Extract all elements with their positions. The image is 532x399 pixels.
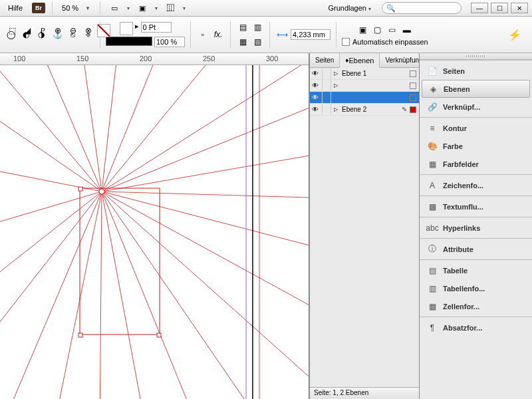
- panel-label: Absatzfor...: [443, 324, 482, 332]
- artwork: [0, 65, 309, 399]
- view-options-icon[interactable]: ▭: [107, 1, 122, 15]
- layer-row[interactable]: 👁▷Ebene 1: [310, 68, 419, 80]
- panel-item-zellenfor[interactable]: ▦Zellenfor...: [422, 297, 530, 315]
- maximize-button[interactable]: ☐: [491, 3, 508, 13]
- quick-apply-icon[interactable]: ⚡: [508, 29, 528, 41]
- align-icon[interactable]: ▥: [251, 21, 264, 34]
- panel-item-kontur[interactable]: ≡Kontur: [422, 119, 530, 137]
- workspace-dropdown[interactable]: Grundlagen ▾: [323, 4, 376, 12]
- disclosure-icon[interactable]: ▷: [332, 70, 339, 76]
- panel-item-seiten[interactable]: 📄Seiten: [422, 62, 530, 80]
- svg-line-12: [102, 192, 309, 398]
- screen-mode-icon[interactable]: ▣: [135, 1, 150, 15]
- visibility-icon[interactable]: 👁: [310, 94, 321, 101]
- panel-label: Seiten: [443, 67, 465, 75]
- disclosure-icon[interactable]: ▷: [332, 106, 339, 112]
- right-dock: 📄Seiten◈Ebenen🔗Verknüpf...≡Kontur🎨Farbe▦…: [419, 53, 532, 399]
- panel-item-zeichenfo[interactable]: AZeichenfo...: [422, 176, 530, 194]
- menu-help[interactable]: Hilfe: [4, 3, 27, 13]
- panel-icon: 🎨: [427, 141, 438, 152]
- svg-line-22: [0, 165, 102, 192]
- panel-item-attribute[interactable]: ⓘAttribute: [422, 240, 530, 258]
- svg-line-10: [102, 192, 309, 251]
- svg-rect-24: [80, 188, 160, 334]
- fill-swatch[interactable]: [120, 22, 133, 35]
- lock-cell[interactable]: [322, 92, 331, 103]
- svg-line-9: [102, 192, 309, 198]
- svg-line-13: [102, 192, 266, 399]
- svg-line-6: [102, 65, 309, 192]
- panel-item-absatzfor[interactable]: ¶Absatzfor...: [422, 319, 530, 336]
- align-icon[interactable]: ▧: [251, 35, 264, 49]
- none-swatch[interactable]: [97, 24, 110, 37]
- panel-label: Zeichenfo...: [443, 182, 483, 190]
- close-button[interactable]: ✕: [511, 3, 528, 13]
- panel-label: Ebenen: [444, 85, 470, 93]
- visibility-icon[interactable]: 👁: [310, 106, 321, 113]
- tool-icon[interactable]: ⊕: [51, 24, 65, 37]
- panel-item-verknpf[interactable]: 🔗Verknüpf...: [422, 98, 530, 116]
- panel-item-tabellenfo[interactable]: ▥Tabellenfo...: [422, 279, 530, 297]
- layer-name: Ebene 2: [340, 106, 400, 113]
- opacity-input[interactable]: 100 %: [154, 37, 185, 47]
- minimize-button[interactable]: —: [471, 3, 488, 13]
- panel-label: Tabelle: [443, 267, 467, 275]
- document-canvas[interactable]: [0, 65, 309, 399]
- panel-label: Attribute: [443, 245, 473, 253]
- zoom-dropdown[interactable]: 50 %▼: [59, 4, 93, 12]
- svg-line-11: [102, 192, 309, 318]
- panel-item-hyperlinks[interactable]: abcHyperlinks: [422, 219, 530, 237]
- fx-icon[interactable]: fx.: [211, 28, 225, 41]
- visibility-icon[interactable]: 👁: [310, 82, 321, 89]
- fit-icon[interactable]: ▣: [356, 23, 370, 37]
- panel-icon: ¶: [427, 323, 438, 333]
- lock-cell[interactable]: [322, 104, 331, 115]
- layer-row[interactable]: 👁▷: [310, 80, 419, 92]
- layers-panel: Seiten ♦ Ebenen Verknüpfungen ▸▸ ▪≡ 👁▷Eb…: [309, 53, 419, 399]
- search-input[interactable]: 🔍: [382, 2, 462, 14]
- width-input[interactable]: 4,233 mm: [291, 29, 331, 40]
- panel-item-farbfelder[interactable]: ▦Farbfelder: [422, 155, 530, 173]
- panel-icon: ▥: [427, 283, 438, 294]
- panel-icon: ≡: [427, 123, 438, 134]
- menubar: Hilfe Br 50 %▼ ▭▾ ▣▾ ⿲▾ Grundlagen ▾ 🔍 —…: [0, 0, 532, 17]
- align-icon[interactable]: ▤: [236, 21, 249, 34]
- lock-cell[interactable]: [322, 80, 331, 91]
- lock-cell[interactable]: [322, 68, 331, 79]
- effects-icon[interactable]: ▫: [196, 28, 209, 41]
- tab-pages[interactable]: Seiten: [310, 53, 340, 67]
- panel-icon: ▦: [427, 301, 438, 312]
- panel-item-ebenen[interactable]: ◈Ebenen: [422, 80, 530, 98]
- visibility-icon[interactable]: 👁: [310, 70, 321, 77]
- svg-line-16: [100, 192, 102, 399]
- layer-name: Ebene 1: [340, 70, 408, 77]
- svg-line-5: [102, 65, 233, 192]
- panel-icon: abc: [427, 223, 438, 233]
- collapse-grip[interactable]: [420, 53, 532, 60]
- layer-row[interactable]: 👁▷Ebene 2✎: [310, 104, 419, 116]
- canvas-area[interactable]: 100 150 200 250 300: [0, 53, 309, 399]
- arrange-icon[interactable]: ⿲: [163, 1, 178, 15]
- align-icon[interactable]: ▦: [236, 35, 249, 49]
- svg-rect-30: [157, 333, 161, 337]
- tab-layers[interactable]: ♦ Ebenen: [340, 53, 380, 68]
- tool-icon[interactable]: ⬚: [5, 24, 19, 37]
- bridge-button[interactable]: Br: [32, 3, 45, 13]
- svg-line-0: [0, 65, 102, 192]
- svg-line-19: [0, 192, 102, 364]
- panel-item-tabelle[interactable]: ▤Tabelle: [422, 261, 530, 279]
- measure-icon[interactable]: ⟷: [275, 28, 289, 41]
- panel-item-farbe[interactable]: 🎨Farbe: [422, 137, 530, 155]
- panel-item-textumflu[interactable]: ▩Textumflu...: [422, 198, 530, 215]
- disclosure-icon[interactable]: ▷: [332, 82, 339, 88]
- stroke-swatch[interactable]: [106, 37, 152, 46]
- layer-row[interactable]: 👁: [310, 92, 419, 104]
- stroke-weight-input[interactable]: 0 Pt: [141, 22, 172, 33]
- panel-icon: 🔗: [427, 102, 438, 112]
- panel-label: Kontur: [443, 124, 467, 132]
- autofit-checkbox[interactable]: [342, 38, 350, 46]
- panel-icon: 📄: [427, 66, 438, 76]
- svg-point-31: [99, 189, 104, 194]
- panel-label: Verknüpf...: [443, 103, 480, 111]
- panel-label: Farbfelder: [443, 160, 479, 168]
